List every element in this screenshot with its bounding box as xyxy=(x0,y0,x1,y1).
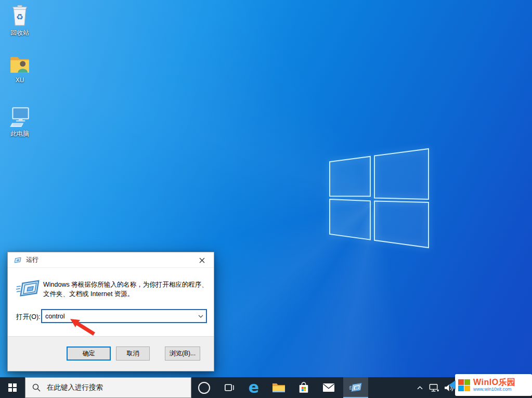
ok-button[interactable]: 确定 xyxy=(67,346,111,361)
watermark-text: WinIO乐园 www.win10xit.com xyxy=(473,378,516,392)
recycle-bin-icon: ♻ xyxy=(8,3,32,27)
run-dialog: 运行 Windows 将根据你所输入的名称，为你打开相应的程序、 文件夹、文档或… xyxy=(7,252,214,371)
run-command-combobox xyxy=(41,309,207,323)
watermark-url: www.win10xit.com xyxy=(473,387,516,392)
windows-color-logo-icon xyxy=(458,379,470,391)
run-taskbar-icon xyxy=(349,382,363,393)
desktop-icon-label: 此电脑 xyxy=(10,130,29,138)
windows-start-icon xyxy=(8,383,17,392)
run-icon xyxy=(16,278,42,299)
file-explorer-button[interactable] xyxy=(266,377,291,398)
open-label: 打开(O): xyxy=(16,313,41,322)
network-button[interactable] xyxy=(426,377,441,398)
dialog-footer: 确定 取消 浏览(B)... xyxy=(8,336,214,371)
run-command-input[interactable] xyxy=(42,313,196,320)
dialog-titlebar: 运行 xyxy=(8,252,214,268)
browse-button[interactable]: 浏览(B)... xyxy=(165,346,200,361)
this-pc-icon xyxy=(8,104,32,128)
search-icon xyxy=(32,383,41,392)
taskbar-search[interactable]: 在此键入进行搜索 xyxy=(25,377,191,398)
cortana-button[interactable] xyxy=(191,377,216,398)
combobox-dropdown-button[interactable] xyxy=(196,310,206,322)
task-view-button[interactable] xyxy=(216,377,241,398)
task-view-icon xyxy=(224,383,235,392)
close-button[interactable] xyxy=(190,253,213,267)
chevron-down-icon xyxy=(198,315,203,318)
tray-expand-button[interactable] xyxy=(413,377,426,398)
edge-button[interactable]: e xyxy=(241,377,266,398)
dialog-title: 运行 xyxy=(26,255,38,264)
chevron-up-icon xyxy=(417,386,423,390)
watermark-title: WinIO乐园 xyxy=(473,378,516,387)
windows-logo-wallpaper xyxy=(327,145,431,251)
description-line-2: 文件夹、文档或 Internet 资源。 xyxy=(43,290,208,299)
watermark: WinIO乐园 www.win10xit.com xyxy=(455,374,532,396)
svg-text:♻: ♻ xyxy=(16,12,23,21)
user-folder-icon xyxy=(8,51,32,75)
run-taskbar-button[interactable] xyxy=(343,377,368,398)
edge-icon: e xyxy=(249,377,259,398)
desktop-icon-label: XU xyxy=(16,76,24,84)
mail-button[interactable] xyxy=(316,377,341,398)
search-placeholder: 在此键入进行搜索 xyxy=(47,383,103,392)
network-icon xyxy=(429,383,439,392)
cancel-button[interactable]: 取消 xyxy=(116,346,150,361)
run-dialog-titlebar-icon xyxy=(13,256,22,264)
start-button[interactable] xyxy=(0,377,25,398)
watermark-pointer xyxy=(449,380,456,390)
cortana-icon xyxy=(198,382,210,394)
store-icon xyxy=(298,381,309,394)
store-button[interactable] xyxy=(291,377,316,398)
file-explorer-icon xyxy=(272,382,286,393)
mail-icon xyxy=(322,383,335,392)
description-line-1: Windows 将根据你所输入的名称，为你打开相应的程序、 xyxy=(43,280,208,290)
close-icon xyxy=(199,258,205,263)
desktop-icon-this-pc[interactable]: 此电脑 xyxy=(0,104,40,138)
dialog-description: Windows 将根据你所输入的名称，为你打开相应的程序、 文件夹、文档或 In… xyxy=(43,280,208,299)
desktop-icon-user-folder[interactable]: XU xyxy=(0,51,40,84)
screen: ♻ 回收站 XU 此电脑 运行 xyxy=(0,0,532,398)
desktop-icon-recycle-bin[interactable]: ♻ 回收站 xyxy=(0,3,40,37)
desktop-icon-label: 回收站 xyxy=(10,29,29,37)
